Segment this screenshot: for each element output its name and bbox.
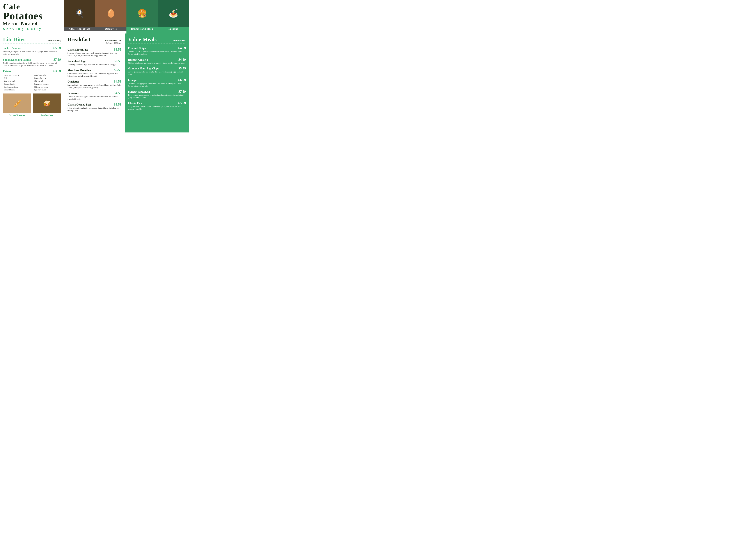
lite-bites-availability: Available Daily [48, 39, 61, 42]
extra-item-4: -Steak and onion [3, 83, 31, 86]
bangers-mash-name: Bangers and Mash [128, 90, 150, 93]
bangers-mash-price: $7.59 [178, 89, 186, 93]
menu-item-fish-chips: Fish and Chips $4.59 Our famous dish inc… [128, 46, 186, 55]
hunters-chicken-name: Hunters Chicken [128, 58, 148, 62]
fish-chips-price: $4.59 [178, 46, 186, 50]
header-image-lasagne: 🍝 Lasagne [158, 0, 189, 34]
extra-item-2: -BLT [3, 77, 31, 80]
value-meals-availability: Available Daily [173, 39, 186, 42]
lasagne-image: 🍝 [158, 0, 189, 27]
meat-free-name: Meat Free Breakfast [68, 68, 92, 72]
breakfast-avail-text: Available Mon - Sat [105, 39, 122, 42]
fish-chips-header: Fish and Chips $4.59 [128, 46, 186, 50]
extra-item-6: -Erie and bacon [3, 89, 31, 91]
gammon-ham-desc: Carved gammon, rustic and chunky chips a… [128, 71, 186, 76]
hunters-chicken-header: Hunters Chicken $4.59 [128, 58, 186, 62]
breakfast-image: 🍳 [64, 0, 95, 27]
extra-item-1: -Bacon and egg Mayo [3, 74, 31, 77]
sandwiches-photo: 🥪 [33, 93, 61, 113]
sandwiches-header: Sandwiches and Paninis $7.59 [3, 58, 61, 62]
bangers-mash-header: Bangers and Mash $7.59 [128, 89, 186, 93]
header: Cafe Potatoes Menu Board Serving Daily 🍳… [0, 0, 189, 34]
omelettes-image: 🥚 [95, 0, 126, 27]
menu-item-meat-free: Meat Free Breakfast $5.59 Crunchy has br… [68, 68, 122, 77]
gammon-ham-price: $5.59 [178, 66, 186, 70]
classic-breakfast-desc: 2 rashers of bacon, farm-reared pork sau… [68, 52, 122, 57]
meat-free-header: Meat Free Breakfast $5.59 [68, 68, 122, 72]
omelettes-name: Omelettes [68, 80, 79, 83]
brand-title-potatoes: Potatoes [3, 11, 61, 21]
extra-item-3: -Rare roast beef [3, 80, 31, 83]
value-meals-section: Value Meals Available Daily Fish and Chi… [125, 34, 189, 133]
classic-pies-header: Classic Pies $5.59 [128, 101, 186, 105]
breakfast-title: Breakfast [68, 36, 90, 43]
header-image-bangers: 🍔 Bangers and Mash [126, 0, 158, 34]
extras-name: Extras [3, 69, 11, 73]
omelettes-image-label: Omelettes [95, 27, 126, 31]
meat-free-price: $5.59 [114, 68, 122, 72]
omelettes-desc: Light and fluffy free range egg served w… [68, 84, 122, 89]
jacket-potatoes-bottom-label: Jacket Potatoes [3, 114, 31, 117]
brand-title-cafe: Cafe [3, 3, 61, 11]
header-image-omelettes: 🥚 Omelettes [95, 0, 126, 34]
sandwiches-name: Sandwiches and Paninis [3, 58, 31, 62]
menu-item-classic-pies: Classic Pies $5.59 Enjoy the classic pie… [128, 101, 186, 111]
bangers-image: 🍔 [126, 0, 158, 27]
sandwiches-desc: Freshly made in store to order, availabl… [3, 62, 61, 67]
jacket-potatoes-food-icon: 🥖 [3, 93, 31, 113]
extra-item-7: -Boiled egg salad [34, 74, 61, 77]
lasagne-name: Lasagne [128, 79, 138, 82]
sandwiches-bottom-label: Sandwiches [33, 114, 61, 117]
brand-block: Cafe Potatoes Menu Board Serving Daily [0, 0, 64, 34]
extra-item-10: -Coronation chicken [34, 83, 61, 86]
extras-col-1: -Bacon and egg Mayo -BLT -Rare roast bee… [3, 74, 31, 91]
gammon-ham-header: Gammon Ham, Egg Chips $5.59 [128, 66, 186, 70]
jacket-potatoes-header: Jacket Potatoes $5.59 [3, 46, 61, 50]
lite-bites-divider [3, 43, 61, 44]
extra-item-5: -Cheddar and pickle [3, 86, 31, 89]
pancakes-header: Pancakes $4.59 [68, 91, 122, 95]
menu-item-extras: Extras $3.59 -Bacon and egg Mayo -BLT -R… [3, 69, 61, 91]
lite-bites-title: Lite Bites [3, 36, 25, 43]
extra-item-12: -Egg mayo salad [34, 89, 61, 91]
header-images: 🍳 Classic Breakfast 🥚 Omelettes 🍔 Banger… [64, 0, 189, 34]
lite-bites-header: Lite Bites Available Daily [3, 36, 61, 43]
lasagne-price: $6.59 [178, 78, 186, 82]
extras-col-2: -Boiled egg salad -Ham and cheese -Chick… [34, 74, 61, 91]
breakfast-image-label: Classic Breakfast [64, 27, 95, 31]
classic-breakfast-header: Classic Breakfast $3.59 [68, 47, 122, 51]
brand-subtitle-serving: Serving Daily [3, 27, 61, 31]
extras-price: $3.59 [53, 69, 61, 73]
breakfast-availability: Available Mon - Sat 7:00AM - 10:00 AM [105, 39, 122, 44]
jacket-potatoes-photo: 🥖 [3, 93, 31, 113]
jacket-potatoes-desc: Delicious jacket potatoes with your choi… [3, 50, 61, 55]
hunters-chicken-desc: Chicken with bacon, emental, cheese smoo… [128, 62, 186, 64]
brand-subtitle-menu: Menu Board [3, 21, 61, 26]
lasagne-image-label: Lasagne [158, 27, 189, 31]
breakfast-times-text: 7:00AM - 10:00 AM [105, 42, 122, 44]
omelettes-price: $4.59 [114, 80, 122, 84]
breakfast-section: Breakfast Available Mon - Sat 7:00AM - 1… [64, 34, 125, 133]
hunters-chicken-price: $4.59 [178, 58, 186, 62]
pancakes-desc: 2 delicious pancakes topped with splenda… [68, 95, 122, 100]
classic-pies-desc: Enjoy the classic pies with your choose … [128, 105, 186, 111]
menu-item-scrambled-eggs: Scrambled Eggs $5.59 Free-range scramble… [68, 59, 122, 66]
menu-item-sandwiches: Sandwiches and Paninis $7.59 Freshly mad… [3, 58, 61, 67]
lite-bites-images: 🥖 Jacket Potatoes 🥪 Sandwiches [3, 93, 61, 117]
omelettes-header: Omelettes $4.59 [68, 80, 122, 84]
sandwiches-food-icon: 🥪 [33, 93, 61, 113]
corned-beef-desc: Sutted with onion and garlic with pepper… [68, 107, 122, 112]
fish-chips-desc: Our famous dish includes a fillet of dee… [128, 50, 186, 55]
scrambled-eggs-name: Scrambled Eggs [68, 60, 87, 63]
menu-item-jacket-potatoes: Jacket Potatoes $5.59 Delicious jacket p… [3, 46, 61, 55]
main-content: Lite Bites Available Daily Jacket Potato… [0, 34, 189, 133]
menu-item-omelettes: Omelettes $4.59 Light and fluffy free ra… [68, 80, 122, 89]
menu-item-pancakes: Pancakes $4.59 2 delicious pancakes topp… [68, 91, 122, 100]
extras-header: Extras $3.59 [3, 69, 61, 73]
classic-pies-price: $5.59 [178, 101, 186, 105]
value-meals-header: Value Meals Available Daily [128, 36, 186, 43]
menu-item-hunters-chicken: Hunters Chicken $4.59 Chicken with bacon… [128, 58, 186, 64]
lasagne-header: Lasagne $6.59 [128, 78, 186, 82]
corned-beef-header: Classic Corned Beef $3.59 [68, 102, 122, 106]
menu-item-corned-beef: Classic Corned Beef $3.59 Sutted with on… [68, 102, 122, 112]
